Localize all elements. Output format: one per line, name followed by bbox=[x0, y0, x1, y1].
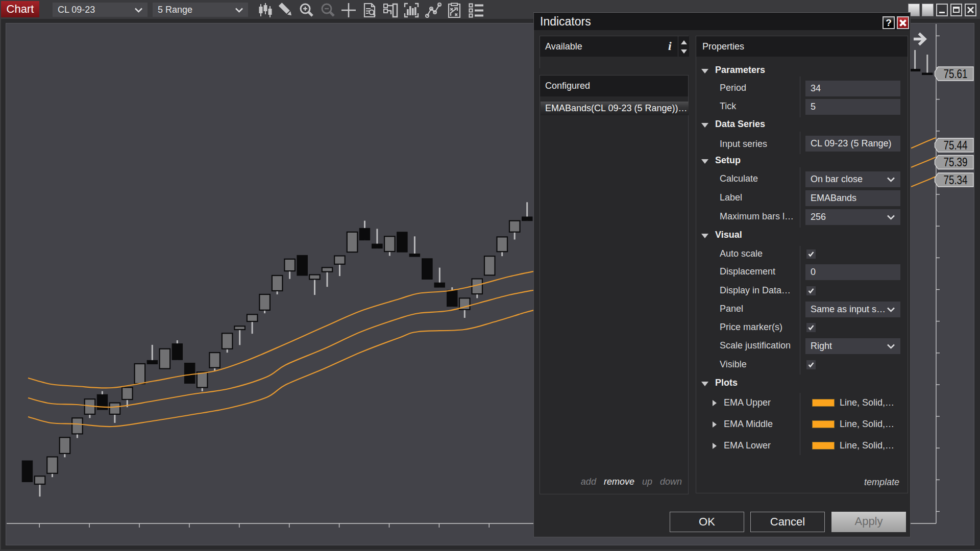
svg-text:75.61: 75.61 bbox=[944, 67, 968, 81]
svg-text:75.34: 75.34 bbox=[944, 173, 968, 187]
svg-text:75.44: 75.44 bbox=[944, 139, 968, 152]
svg-text:75.39: 75.39 bbox=[944, 156, 968, 169]
